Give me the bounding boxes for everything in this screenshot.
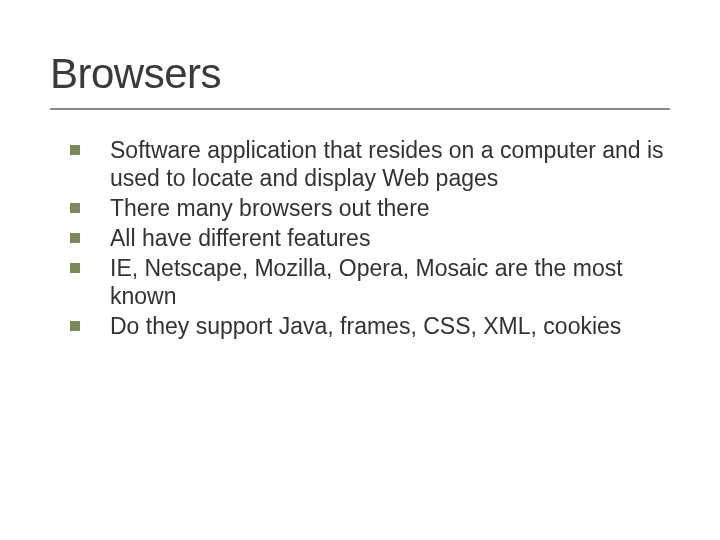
bullet-square-icon: [70, 233, 80, 243]
list-item-text: All have different features: [110, 225, 370, 251]
list-item: Do they support Java, frames, CSS, XML, …: [70, 312, 670, 340]
slide: Browsers Software application that resid…: [0, 0, 720, 540]
bullet-list: Software application that resides on a c…: [50, 136, 670, 340]
list-item: IE, Netscape, Mozilla, Opera, Mosaic are…: [70, 254, 670, 310]
slide-title: Browsers: [50, 50, 670, 98]
list-item-text: There many browsers out there: [110, 195, 430, 221]
list-item: All have different features: [70, 224, 670, 252]
list-item: Software application that resides on a c…: [70, 136, 670, 192]
bullet-square-icon: [70, 321, 80, 331]
list-item-text: Software application that resides on a c…: [110, 137, 664, 191]
bullet-square-icon: [70, 263, 80, 273]
title-divider: [50, 108, 670, 110]
list-item-text: IE, Netscape, Mozilla, Opera, Mosaic are…: [110, 255, 623, 309]
list-item-text: Do they support Java, frames, CSS, XML, …: [110, 313, 621, 339]
bullet-square-icon: [70, 203, 80, 213]
list-item: There many browsers out there: [70, 194, 670, 222]
bullet-square-icon: [70, 145, 80, 155]
